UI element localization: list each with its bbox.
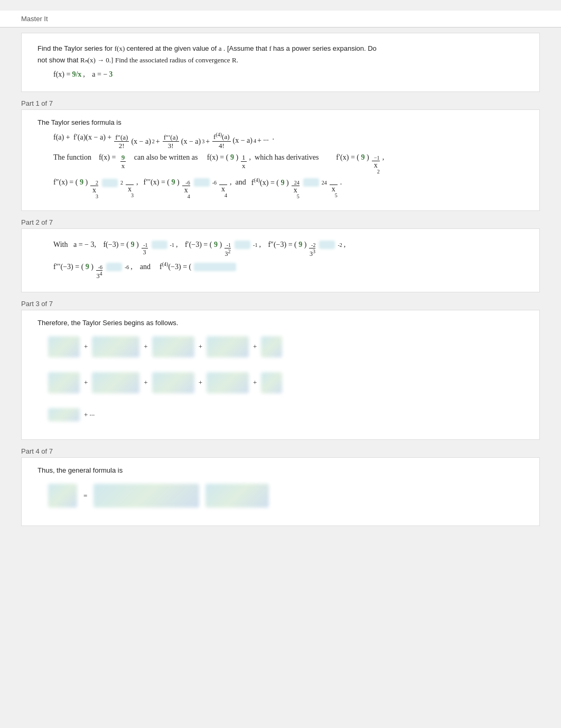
blur-p3-8 xyxy=(152,372,194,393)
find-taylor-text: Find the Taylor series for xyxy=(38,44,113,52)
fx-var: f(x) xyxy=(115,44,127,52)
part3-blurred-content: + + + + + + + + xyxy=(48,332,513,426)
problem-card: Find the Taylor series for f(x) centered… xyxy=(21,33,540,92)
blur-p4-3 xyxy=(205,484,269,508)
blur-f-3 xyxy=(152,241,167,249)
neg6-sup: -6 xyxy=(125,264,129,270)
period-f4: . xyxy=(340,178,342,187)
part3-row1: + + + + xyxy=(48,332,513,362)
fdpp-neg3: f″(−3) = ( 9 ) xyxy=(268,241,306,249)
f2a-fraction: f″(a) 2! xyxy=(114,133,129,150)
which-has-text: , which has derivatives xyxy=(249,153,319,162)
part1-label: Part 1 of 7 xyxy=(21,99,540,107)
f2-fraction: f″(a) 2! (x − a)2 + xyxy=(113,133,160,150)
two-label: 2 xyxy=(120,180,123,186)
with-a-text: With a = − 3, xyxy=(53,241,101,249)
problem-statement: Find the Taylor series for f(x) centered… xyxy=(38,43,523,66)
fa-term: f(a) + xyxy=(53,133,72,142)
fprime-formula: f′(x) = ( 9 ) xyxy=(336,153,369,162)
one-over-x-frac: 1 x xyxy=(241,153,247,170)
f4a-fraction: f(4)(a) 4! xyxy=(212,132,230,150)
24-label: 24 xyxy=(322,180,327,186)
plus-sign-7: + xyxy=(253,379,257,387)
blur-fpp-3 xyxy=(319,241,335,249)
blur3 xyxy=(303,178,319,187)
neg6-over-x4: -6 x 4 xyxy=(182,180,190,199)
blur1 xyxy=(102,179,118,187)
has-power-text: has a power series expansion. Do xyxy=(273,44,377,52)
higher-derivatives-line: f″(x) = ( 9 ) 2 x 3 2 x 3 , f″′(x) = ( 9… xyxy=(53,177,523,199)
blurred-2 xyxy=(101,178,119,187)
blur-f4-3-ans xyxy=(194,263,236,271)
comma-f3: , and xyxy=(230,178,250,187)
site-title: Master It xyxy=(21,15,48,23)
a-equals: a = − xyxy=(87,70,108,79)
part2-card: With a = − 3, f(−3) = ( 9 ) -1 3 -1 , f′… xyxy=(21,228,540,292)
part3-title: Therefore, the Taylor Series begins as f… xyxy=(38,319,523,327)
blur-p3-5 xyxy=(261,336,282,357)
neg6-label: -6 xyxy=(212,180,217,186)
blur-p3-9 xyxy=(207,372,249,393)
nine-over-x: 9 x xyxy=(120,153,126,170)
blur-p3-3 xyxy=(152,336,194,357)
the-function-text: The function f(x) = xyxy=(53,153,118,162)
part3-card: Therefore, the Taylor Series begins as f… xyxy=(21,310,540,440)
a-var: a xyxy=(219,44,223,52)
neg1-over-32: -1 32 xyxy=(225,242,231,258)
blur2 xyxy=(194,178,210,187)
blur-p4-1 xyxy=(48,484,77,508)
assume-text: . [Assume that xyxy=(223,44,267,52)
neg6-over-34: -6 34 xyxy=(96,264,102,280)
part4-card: Thus, the general formula is = xyxy=(21,457,540,526)
rn-text: Rₙ(x) → 0.] xyxy=(80,56,113,64)
fprime-neg3: f′(−3) = ( 9 ) xyxy=(185,241,222,249)
comma1: , xyxy=(83,70,85,79)
neg1-sup2: -1 xyxy=(253,242,257,248)
part1-card: The Taylor series formula is f(a) + f′(a… xyxy=(21,109,540,211)
f4-formula: f(4)(x) = ( 9 ) xyxy=(251,177,289,187)
neg1-over-x2: −1 x 2 xyxy=(372,155,380,174)
formula-dot: . xyxy=(270,133,274,142)
f3-neg3: f″′(−3) = ( 9 ) xyxy=(53,263,94,271)
centered-text: centered at the given value of xyxy=(126,44,217,52)
problem-formula: f(x) = 9/x , a = − 3 xyxy=(53,70,523,79)
blur-p3-10 xyxy=(261,372,282,393)
f-var: f xyxy=(269,44,273,52)
f-neg3: f(−3) = ( 9 ) xyxy=(103,241,138,249)
blur-p3-1 xyxy=(48,336,80,357)
function-desc-line: The function f(x) = 9 x can also be writ… xyxy=(53,153,523,174)
two-over-x3: 2 x 3 xyxy=(90,180,98,199)
f4-neg3-text: f(4)(−3) = ( xyxy=(160,261,191,271)
plus-sign-1: + xyxy=(84,343,88,351)
page-container: Master It Find the Taylor series for f(x… xyxy=(0,0,561,728)
part3-label: Part 3 of 7 xyxy=(21,300,540,308)
comma-f2: , xyxy=(136,178,142,187)
find-radius-text: Find the associated radius of convergenc… xyxy=(115,56,230,64)
f3-formula: f″′(x) = ( 9 ) xyxy=(144,178,180,187)
plus-sign-2: + xyxy=(199,343,202,351)
comma-p2-2: , xyxy=(259,241,266,249)
f3-fraction: f″′(a) 3! (x − a)3 + xyxy=(162,133,210,150)
f3a-fraction: f″′(a) 3! xyxy=(163,133,179,150)
f4-fraction: f(4)(a) 4! (x − a)4 + ··· xyxy=(211,132,269,150)
part3-row3: + ··· xyxy=(48,404,513,426)
part1-title: The Taylor series formula is xyxy=(38,118,523,126)
neg2-over-33: -2 33 xyxy=(309,242,315,258)
neg1-over-3: -1 3 xyxy=(142,242,148,256)
taylor-formula-line: f(a) + f′(a)(x − a) + f″(a) 2! (x − a)2 … xyxy=(53,132,523,150)
part4-label: Part 4 of 7 xyxy=(21,447,540,455)
blur-p3-2 xyxy=(92,336,139,357)
blur-f3-3 xyxy=(106,263,122,271)
equals-sign: = xyxy=(83,492,87,500)
not-show-text: not show that xyxy=(38,56,78,64)
r-var: R. xyxy=(232,56,238,64)
fx-equals: f(x) = xyxy=(53,70,70,79)
fx-value: 9/x xyxy=(72,70,81,79)
part2-line1: With a = − 3, f(−3) = ( 9 ) -1 3 -1 , f′… xyxy=(53,241,523,258)
plus-sign-6: + xyxy=(199,379,202,387)
header-bar: Master It xyxy=(0,11,561,27)
neg1-sup: -1 xyxy=(170,242,174,248)
24-over-x5: 24 x 5 xyxy=(292,180,300,199)
arrow-sign: + xyxy=(144,343,147,351)
comma-after-fprime: , xyxy=(382,153,385,162)
